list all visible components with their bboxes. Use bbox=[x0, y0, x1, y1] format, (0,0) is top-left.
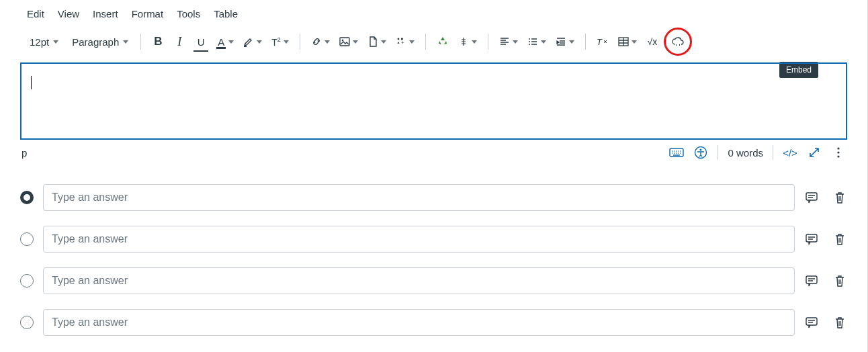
svg-point-7 bbox=[529, 44, 530, 45]
svg-rect-17 bbox=[806, 234, 817, 242]
answer-radio[interactable] bbox=[20, 316, 34, 329]
media-record-button[interactable] bbox=[365, 32, 389, 51]
underline-button[interactable]: U bbox=[192, 32, 210, 51]
font-size-label: 12pt bbox=[30, 36, 49, 48]
lti-tool-button[interactable] bbox=[455, 32, 480, 51]
link-button[interactable] bbox=[308, 32, 333, 51]
answer-input[interactable] bbox=[43, 226, 795, 253]
separator bbox=[718, 145, 718, 160]
code-icon: </> bbox=[783, 147, 797, 159]
ruler-icon bbox=[458, 36, 469, 47]
align-button[interactable] bbox=[496, 32, 521, 51]
a11y-icon bbox=[694, 146, 707, 159]
embed-button[interactable] bbox=[668, 32, 687, 51]
chevron-down-icon bbox=[53, 40, 58, 44]
answer-radio[interactable] bbox=[20, 274, 34, 288]
answer-row bbox=[20, 267, 847, 294]
equation-button[interactable]: √x bbox=[644, 32, 661, 51]
answer-row bbox=[20, 184, 847, 211]
answer-input[interactable] bbox=[43, 309, 795, 336]
rich-text-editor[interactable] bbox=[20, 62, 847, 140]
document-upload-button[interactable]: + bbox=[393, 32, 417, 51]
separator bbox=[585, 34, 586, 50]
apps-group bbox=[434, 32, 480, 51]
recycle-icon bbox=[437, 36, 449, 48]
superscript-button[interactable]: T2 bbox=[269, 32, 292, 51]
keyboard-shortcuts-button[interactable] bbox=[669, 145, 684, 160]
menu-insert[interactable]: Insert bbox=[93, 8, 118, 19]
fullscreen-button[interactable] bbox=[807, 145, 822, 160]
cloud-embed-icon bbox=[671, 36, 685, 47]
svg-point-1 bbox=[342, 40, 344, 42]
svg-rect-0 bbox=[340, 38, 349, 46]
answer-radio[interactable] bbox=[20, 191, 34, 204]
answer-radio[interactable] bbox=[20, 232, 34, 246]
element-path[interactable]: p bbox=[21, 147, 27, 159]
list-bullets-button[interactable] bbox=[525, 32, 549, 51]
comment-button[interactable] bbox=[804, 273, 819, 288]
external-app-button[interactable] bbox=[434, 32, 451, 51]
image-button[interactable] bbox=[337, 32, 361, 51]
menu-format[interactable]: Format bbox=[132, 8, 164, 19]
html-editor-button[interactable]: </> bbox=[783, 145, 797, 160]
comment-icon bbox=[805, 191, 818, 204]
svg-point-2 bbox=[397, 38, 399, 40]
clear-formatting-button[interactable]: T bbox=[594, 32, 611, 51]
answer-input[interactable] bbox=[43, 267, 795, 294]
separator bbox=[773, 145, 773, 160]
separator bbox=[425, 34, 426, 50]
trash-icon bbox=[834, 191, 846, 204]
svg-point-15 bbox=[837, 155, 839, 157]
comment-icon bbox=[805, 316, 818, 329]
apps-icon: + bbox=[396, 36, 406, 47]
embed-button-highlight bbox=[664, 28, 692, 56]
menu-edit[interactable]: Edit bbox=[27, 8, 44, 19]
answer-input[interactable] bbox=[43, 184, 795, 211]
text-color-icon: A bbox=[216, 36, 226, 48]
delete-button[interactable] bbox=[832, 232, 847, 247]
answer-row bbox=[20, 309, 847, 336]
delete-button[interactable] bbox=[832, 273, 847, 288]
accessibility-checker-button[interactable] bbox=[693, 145, 708, 160]
svg-point-6 bbox=[529, 41, 530, 42]
image-icon bbox=[339, 36, 350, 47]
indent-icon bbox=[556, 36, 566, 47]
paragraph-group bbox=[496, 32, 577, 51]
highlighter-icon bbox=[243, 36, 254, 47]
indent-button[interactable] bbox=[553, 32, 577, 51]
svg-rect-16 bbox=[806, 193, 817, 200]
comment-button[interactable] bbox=[804, 232, 819, 247]
menu-tools[interactable]: Tools bbox=[177, 8, 200, 19]
text-style-group: B I U A T2 bbox=[149, 32, 292, 51]
svg-point-5 bbox=[529, 38, 530, 40]
menu-view[interactable]: View bbox=[58, 8, 79, 19]
chevron-down-icon bbox=[123, 40, 128, 44]
svg-point-12 bbox=[700, 149, 702, 151]
separator bbox=[488, 34, 488, 50]
comment-button[interactable] bbox=[804, 315, 819, 330]
keyboard-icon bbox=[669, 147, 684, 158]
table-button[interactable] bbox=[615, 32, 640, 51]
misc-group: T √x bbox=[594, 28, 692, 56]
delete-button[interactable] bbox=[832, 190, 847, 205]
highlight-color-button[interactable] bbox=[241, 32, 265, 51]
document-icon bbox=[367, 36, 378, 47]
comment-button[interactable] bbox=[804, 190, 819, 205]
separator bbox=[140, 34, 141, 50]
italic-button[interactable]: I bbox=[171, 32, 188, 51]
block-format-dropdown[interactable]: Paragraph bbox=[67, 32, 132, 51]
svg-text:+: + bbox=[401, 40, 404, 46]
word-count: 0 words bbox=[728, 147, 763, 159]
font-size-dropdown[interactable]: 12pt bbox=[24, 32, 62, 51]
text-cursor bbox=[31, 76, 32, 89]
svg-point-13 bbox=[837, 147, 839, 149]
block-format-label: Paragraph bbox=[72, 36, 119, 48]
menu-table[interactable]: Table bbox=[214, 8, 238, 19]
delete-button[interactable] bbox=[832, 315, 847, 330]
text-color-button[interactable]: A bbox=[214, 32, 236, 51]
bold-button[interactable]: B bbox=[149, 32, 167, 51]
menubar: Edit View Insert Format Tools Table bbox=[20, 8, 847, 25]
more-options-button[interactable] bbox=[831, 145, 846, 160]
answer-list bbox=[20, 184, 847, 336]
answer-row bbox=[20, 226, 847, 253]
